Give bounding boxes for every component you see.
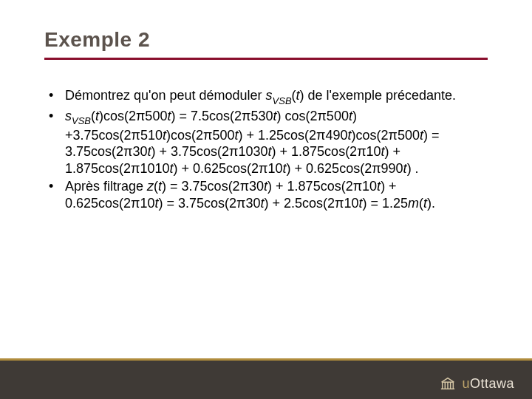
subscript-vsb: VSB [273,95,292,106]
bullet-item-3: Après filtrage z(t) = 3.75cos(2π30t) + 1… [46,178,489,211]
text: Après filtrage [65,179,147,194]
text: ) = 1.25 [363,196,409,211]
text: ) = 7.5cos(2π530 [171,109,273,123]
text: ) . [407,161,419,176]
text: ) + 1.875cos(2π10 [267,179,377,194]
logo-name: Ottawa [470,376,514,391]
text: ) + 1.875cos(2π10 [272,144,381,159]
text: ) cos(2π500 [276,109,348,123]
text: ) + 0.625cos(2π990 [287,161,403,176]
text: ) de l'exemple précedante. [300,88,457,103]
var-s: s [266,88,273,103]
text: )cos(2π500 [352,128,420,143]
text: ) + 2.5cos(2π10 [265,196,359,211]
text: ). [427,196,435,211]
text: ) + 0.625cos(2π10 [174,161,283,176]
logo: uOttawa [440,375,514,392]
page-title: Exemple 2 [44,28,150,52]
text: ) + 3.75cos(2π1030 [151,144,268,159]
text: )cos(2π500 [166,128,234,143]
bullet-item-1: Démontrez qu'on peut démoduler sVSB(t) d… [46,87,489,106]
logo-text: uOttawa [462,376,514,392]
content-area: Démontrez qu'on peut démoduler sVSB(t) d… [46,87,489,213]
subscript-vsb: VSB [72,115,91,126]
var-z: z [147,179,154,194]
text: Démontrez qu'on peut démoduler [65,88,266,103]
bullet-item-2: sVSB(t)cos(2π500t) = 7.5cos(2π530t) cos(… [46,108,489,177]
text: )cos(2π500 [99,109,167,123]
text: ) = 3.75cos(2π30 [162,179,264,194]
footer-dark-bar: uOttawa [0,361,532,399]
text: ) + 1.25cos(2π490 [239,128,348,143]
text: ) = 3.75cos(2π30 [159,196,261,211]
bullet-list: Démontrez qu'on peut démoduler sVSB(t) d… [46,87,489,211]
slide: Exemple 2 Démontrez qu'on peut démoduler… [0,0,532,399]
var-m: m [408,196,419,211]
var-s: s [65,109,72,123]
pavilion-icon [440,375,456,392]
logo-u: u [462,376,470,391]
title-underline [44,58,488,60]
